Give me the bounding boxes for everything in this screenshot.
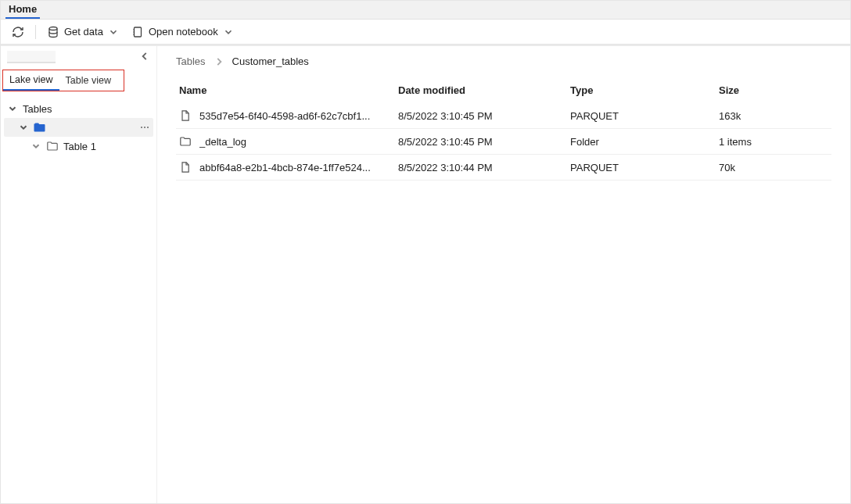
database-icon bbox=[47, 26, 59, 38]
tree-label: Table 1 bbox=[63, 141, 150, 152]
file-size: 1 items bbox=[719, 136, 828, 148]
chevron-down-icon bbox=[31, 141, 41, 152]
tree-node-table-1[interactable]: Table 1 bbox=[4, 137, 153, 155]
svg-point-3 bbox=[144, 127, 145, 128]
chevron-down-icon bbox=[223, 27, 234, 38]
svg-point-4 bbox=[147, 127, 149, 128]
chevron-down-icon bbox=[7, 103, 18, 114]
file-date: 8/5/2022 3:10:45 PM bbox=[398, 136, 570, 148]
table-row[interactable]: abbf64a8-e2b1-4bcb-874e-1ff7e524... 8/5/… bbox=[176, 155, 831, 181]
folder-icon bbox=[34, 121, 46, 134]
folder-outline-icon bbox=[46, 140, 59, 152]
chevron-down-icon bbox=[18, 122, 29, 133]
file-date: 8/5/2022 3:10:44 PM bbox=[398, 162, 570, 173]
sidebar-header-placeholder bbox=[7, 51, 56, 63]
tab-home[interactable]: Home bbox=[5, 1, 40, 19]
tab-table-view[interactable]: Table view bbox=[59, 72, 117, 90]
tree-label: Tables bbox=[23, 103, 150, 115]
file-icon bbox=[179, 161, 192, 173]
explorer-tree: Tables bbox=[1, 95, 156, 155]
open-notebook-label: Open notebook bbox=[149, 26, 218, 38]
view-tabs-highlight: Lake view Table view bbox=[2, 70, 124, 91]
table-row[interactable]: 535d7e54-6f40-4598-ad6f-62c7cbf1... 8/5/… bbox=[176, 103, 831, 129]
file-icon bbox=[179, 109, 192, 122]
grid-header: Name Date modified Type Size bbox=[176, 78, 831, 103]
breadcrumb-current: Customer_tables bbox=[232, 55, 309, 67]
get-data-button[interactable]: Get data bbox=[42, 23, 124, 41]
file-name: abbf64a8-e2b1-4bcb-874e-1ff7e524... bbox=[199, 162, 371, 173]
more-icon[interactable] bbox=[139, 122, 150, 133]
file-grid: Name Date modified Type Size 535d7e54-6f… bbox=[176, 78, 831, 181]
sidebar-header bbox=[1, 46, 156, 63]
notebook-icon bbox=[131, 26, 144, 38]
file-name: _delta_log bbox=[199, 136, 246, 148]
file-size: 163k bbox=[719, 110, 828, 122]
sidebar: Lake view Table view Tables bbox=[1, 46, 157, 503]
file-name: 535d7e54-6f40-4598-ad6f-62c7cbf1... bbox=[199, 110, 370, 122]
chevron-down-icon bbox=[108, 27, 119, 38]
folder-outline-icon bbox=[179, 135, 192, 148]
refresh-icon bbox=[12, 26, 24, 38]
file-size: 70k bbox=[719, 162, 828, 173]
chevron-right-icon bbox=[214, 56, 224, 67]
col-name[interactable]: Name bbox=[179, 84, 398, 96]
toolbar: Get data Open notebook bbox=[1, 20, 850, 45]
breadcrumb-root[interactable]: Tables bbox=[176, 55, 206, 67]
file-date: 8/5/2022 3:10:45 PM bbox=[398, 110, 570, 122]
svg-rect-1 bbox=[134, 27, 141, 37]
file-type: PARQUET bbox=[570, 162, 719, 173]
refresh-button[interactable] bbox=[7, 23, 29, 41]
table-row[interactable]: _delta_log 8/5/2022 3:10:45 PM Folder 1 … bbox=[176, 129, 831, 155]
toolbar-separator bbox=[35, 25, 36, 39]
col-size[interactable]: Size bbox=[719, 84, 828, 96]
col-type[interactable]: Type bbox=[570, 84, 719, 96]
tab-lake-view[interactable]: Lake view bbox=[3, 71, 59, 91]
main-content: Tables Customer_tables Name Date modifie… bbox=[157, 46, 850, 503]
get-data-label: Get data bbox=[64, 26, 103, 38]
breadcrumb: Tables Customer_tables bbox=[176, 55, 831, 67]
file-type: PARQUET bbox=[570, 110, 719, 122]
ribbon-tabs: Home bbox=[1, 1, 850, 20]
tree-node-tables[interactable]: Tables bbox=[4, 99, 153, 118]
open-notebook-button[interactable]: Open notebook bbox=[127, 23, 239, 41]
svg-point-2 bbox=[141, 127, 142, 128]
collapse-sidebar-button[interactable] bbox=[139, 51, 150, 62]
svg-point-0 bbox=[49, 27, 57, 30]
file-type: Folder bbox=[570, 136, 719, 148]
col-date[interactable]: Date modified bbox=[398, 84, 570, 96]
tree-node-folder[interactable] bbox=[4, 118, 153, 137]
